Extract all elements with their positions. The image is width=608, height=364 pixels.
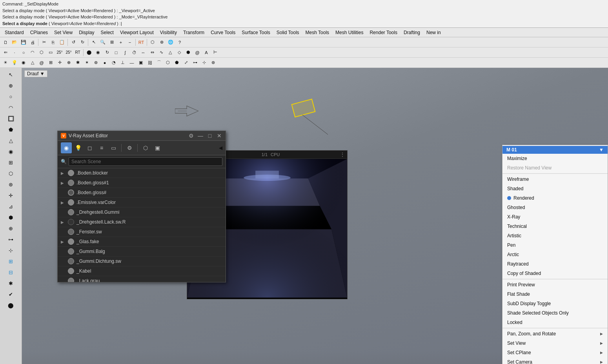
menu-new-in[interactable]: New in: [423, 29, 444, 36]
vray-settings-icon[interactable]: ⚙: [188, 133, 194, 139]
menu-cplanes[interactable]: CPlanes: [27, 29, 51, 36]
tb-undo[interactable]: ↺: [69, 38, 78, 47]
list-item[interactable]: ▶ .Boden.gloss#1: [58, 178, 226, 188]
vmenu-wireframe[interactable]: Wireframe: [502, 175, 608, 184]
sidebar-icon-19[interactable]: ⊟: [6, 267, 16, 277]
tb2-dim[interactable]: ⊢: [211, 48, 220, 57]
tb-new[interactable]: 🗋: [1, 38, 10, 47]
tb2-ring[interactable]: ◉: [94, 48, 102, 57]
vmenu-xray[interactable]: X-Ray: [502, 212, 608, 222]
menu-surface-tools[interactable]: Surface Tools: [238, 29, 273, 36]
tb3-sun[interactable]: ☀: [1, 58, 10, 67]
menu-curve-tools[interactable]: Curve Tools: [208, 29, 238, 36]
list-item[interactable]: ▶ _Gummi.Balg: [58, 247, 226, 257]
tb-zoom-out[interactable]: −: [126, 38, 134, 47]
sidebar-icon-6[interactable]: ⬟: [6, 124, 16, 135]
vray-tab-materials[interactable]: ⬡: [140, 142, 151, 153]
tb-open[interactable]: 📂: [10, 38, 19, 47]
vmenu-locked[interactable]: Locked: [502, 318, 608, 327]
vmenu-set-camera[interactable]: Set Camera: [502, 357, 608, 364]
tb-print[interactable]: 🖨: [28, 38, 37, 47]
vmenu-shaded[interactable]: Shaded: [502, 184, 608, 193]
tb3-sphere[interactable]: ◉: [19, 58, 28, 67]
sidebar-icon-14[interactable]: ⬢: [6, 212, 16, 222]
tb2-tri[interactable]: △: [166, 48, 175, 57]
list-item[interactable]: ▶ _Drehgestell.Lack.sw.R: [58, 217, 226, 227]
vmenu-shade-selected[interactable]: Shade Selected Objects Only: [502, 308, 608, 318]
tb2-arrows[interactable]: ⇔: [148, 48, 157, 57]
vray-minimize-button[interactable]: —: [197, 133, 204, 139]
vmenu-pan-zoom-rotate[interactable]: Pan, Zoom, and Rotate: [502, 329, 608, 339]
sidebar-icon-8[interactable]: ◉: [6, 146, 16, 157]
tb-redo[interactable]: ↻: [78, 38, 87, 47]
sidebar-icon-11[interactable]: ⊛: [6, 179, 16, 189]
list-item[interactable]: ▶ .Boden.blocker: [58, 168, 226, 178]
list-item[interactable]: ▶ _Gummi.Dichtung.sw: [58, 257, 226, 266]
tb3-split[interactable]: ⊥: [118, 58, 127, 67]
vray-tab-layers[interactable]: ≡: [96, 142, 107, 153]
tb3-target[interactable]: ⊛: [209, 58, 217, 67]
vray-tab-lights2[interactable]: 💡: [73, 142, 84, 153]
tb3-pivot[interactable]: ⊶: [191, 58, 199, 67]
vmenu-raytraced[interactable]: Raytraced: [502, 259, 608, 269]
tb2-diamond[interactable]: ◇: [175, 48, 184, 57]
tb2-num1[interactable]: 25°: [55, 48, 64, 57]
vray-tab-settings[interactable]: ⚙: [124, 142, 135, 153]
list-item[interactable]: ▶ _Drehgestell.Gummi: [58, 207, 226, 217]
tb2-square[interactable]: □: [112, 48, 120, 57]
tb3-asterisk[interactable]: ✶: [82, 58, 91, 67]
vray-scene-list[interactable]: ▶ .Boden.blocker ▶ .Boden.gloss#1 ▶ .Bod…: [58, 168, 226, 282]
vray-close-button[interactable]: ✕: [216, 133, 222, 139]
sidebar-icon-9[interactable]: ⊞: [6, 157, 16, 167]
menu-setview[interactable]: Set View: [51, 29, 76, 36]
tb2-text[interactable]: A: [202, 48, 211, 57]
vmenu-flat-shade[interactable]: Flat Shade: [502, 289, 608, 299]
tb2-clock[interactable]: ⏱: [130, 48, 138, 57]
vray-tab-render[interactable]: ▣: [152, 142, 163, 153]
vmenu-artistic[interactable]: Artistic: [502, 231, 608, 240]
tb3-chain[interactable]: ⛓: [146, 58, 154, 67]
tb-zoom-window[interactable]: 🔍: [98, 38, 107, 47]
vray-tab-expand[interactable]: ◀: [219, 145, 222, 151]
sidebar-select-icon[interactable]: ↖: [6, 69, 16, 80]
tb3-spiral2[interactable]: @: [37, 58, 46, 67]
tb3-taper[interactable]: ⬟: [173, 58, 181, 67]
vray-maximize-button[interactable]: □: [207, 133, 213, 139]
tb3-axes[interactable]: ⊹: [200, 58, 208, 67]
tb3-arc2[interactable]: ◔: [109, 58, 118, 67]
vmenu-arctic[interactable]: Arctic: [502, 250, 608, 259]
sidebar-icon-3[interactable]: ○: [6, 91, 16, 102]
vmenu-copy-of-shaded[interactable]: Copy of Shaded: [502, 269, 608, 278]
vmenu-rendered[interactable]: Rendered: [502, 193, 608, 203]
sidebar-icon-7[interactable]: △: [6, 135, 16, 146]
sidebar-icon-18[interactable]: ⊞: [6, 256, 16, 266]
sidebar-icon-2[interactable]: ⊕: [6, 80, 16, 91]
menu-solid-tools[interactable]: Solid Tools: [273, 29, 302, 36]
sidebar-icon-20[interactable]: ✱: [6, 278, 16, 288]
vmenu-pen[interactable]: Pen: [502, 240, 608, 250]
tb2-func[interactable]: ∫: [121, 48, 129, 57]
tb-zoom-extent[interactable]: ⊞: [107, 38, 116, 47]
list-item[interactable]: ▶ .Emissive.varColor: [58, 198, 226, 207]
vmenu-restore-named-view[interactable]: Restore Named View: [502, 163, 608, 173]
menu-standard[interactable]: Standard: [2, 29, 27, 36]
sidebar-icon-10[interactable]: ⬡: [6, 168, 16, 178]
tb3-sun2[interactable]: ⊛: [91, 58, 100, 67]
tb2-hex[interactable]: ⬢: [184, 48, 193, 57]
sidebar-icon-12[interactable]: ✛: [6, 190, 16, 200]
tb2-rotate[interactable]: ↻: [103, 48, 111, 57]
sidebar-icon-17[interactable]: ⊹: [6, 245, 16, 255]
tb2-poly[interactable]: ⬡: [37, 48, 46, 57]
tb-more-3[interactable]: 🌐: [166, 38, 175, 47]
vmenu-set-cplane[interactable]: Set CPlane: [502, 348, 608, 357]
tb2-filled[interactable]: ⬤: [85, 48, 93, 57]
tb3-minus[interactable]: —: [127, 58, 136, 67]
menu-visibility[interactable]: Visibility: [157, 29, 180, 36]
vmenu-set-view[interactable]: Set View: [502, 339, 608, 348]
tb2-arc[interactable]: ◠: [28, 48, 37, 57]
tb2-arrow[interactable]: ⇐: [1, 48, 10, 57]
tb2-num2[interactable]: 25°: [64, 48, 73, 57]
vray-tab-planes[interactable]: ▭: [108, 142, 119, 153]
tb3-cone[interactable]: △: [28, 58, 37, 67]
menu-render-tools[interactable]: Render Tools: [366, 29, 400, 36]
